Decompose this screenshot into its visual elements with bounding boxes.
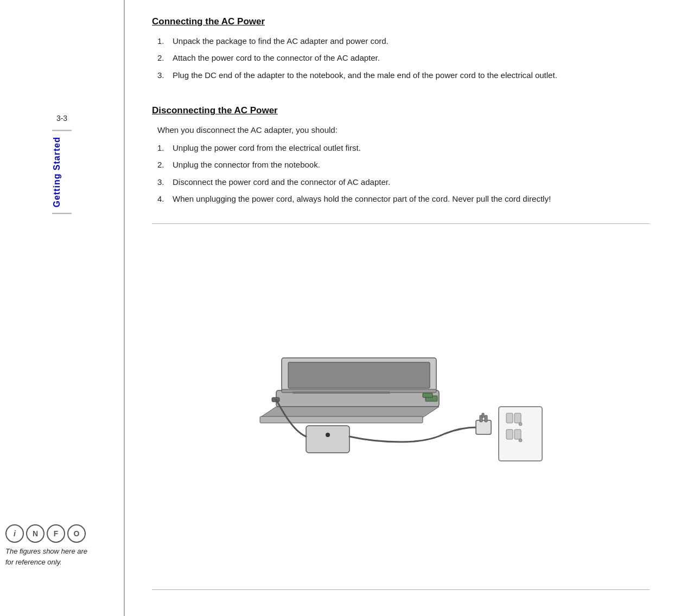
svg-rect-2 bbox=[288, 362, 430, 388]
step-num: 4. bbox=[157, 193, 173, 205]
svg-point-22 bbox=[519, 439, 522, 442]
svg-rect-19 bbox=[506, 429, 513, 439]
svg-rect-20 bbox=[514, 429, 521, 439]
connecting-title: Connecting the AC Power bbox=[152, 16, 650, 27]
step-num: 1. bbox=[157, 142, 173, 154]
info-icon-n: N bbox=[26, 524, 44, 543]
step-text: When unplugging the power cord, always h… bbox=[173, 193, 650, 205]
svg-point-11 bbox=[326, 433, 330, 437]
disconnecting-title: Disconnecting the AC Power bbox=[152, 105, 650, 116]
svg-rect-5 bbox=[260, 416, 423, 423]
svg-rect-18 bbox=[514, 413, 521, 423]
info-box: i N F O The figures show here are for re… bbox=[5, 524, 114, 567]
disconnecting-step-3: 3. Disconnect the power cord and the con… bbox=[157, 176, 650, 188]
step-text: Attach the power cord to the connector o… bbox=[173, 52, 650, 64]
svg-rect-14 bbox=[485, 415, 487, 422]
connecting-section: Connecting the AC Power 1. Unpack the pa… bbox=[152, 16, 650, 90]
step-text: Unplug the connector from the notebook. bbox=[173, 158, 650, 171]
svg-rect-8 bbox=[423, 393, 433, 397]
laptop-illustration bbox=[244, 347, 558, 466]
svg-rect-10 bbox=[306, 426, 349, 453]
step-text: Disconnect the power cord and the connec… bbox=[173, 176, 650, 188]
info-icon-i: i bbox=[5, 524, 24, 543]
top-divider bbox=[152, 223, 650, 224]
svg-point-21 bbox=[519, 422, 522, 426]
connecting-step-2: 2. Attach the power cord to the connecto… bbox=[157, 52, 650, 64]
svg-rect-17 bbox=[506, 413, 513, 423]
step-num: 3. bbox=[157, 176, 173, 188]
info-icons: i N F O bbox=[5, 524, 114, 543]
disconnecting-step-1: 1. Unplug the power cord from the electr… bbox=[157, 142, 650, 154]
disconnecting-steps-list: 1. Unplug the power cord from the electr… bbox=[157, 142, 650, 205]
svg-marker-4 bbox=[260, 407, 439, 418]
info-text-line1: The figures show here are bbox=[5, 547, 87, 555]
step-text: Unpack the package to find the AC adapte… bbox=[173, 35, 650, 47]
connecting-step-3: 3. Plug the DC end of the adapter to the… bbox=[157, 69, 650, 81]
disconnecting-section: Disconnecting the AC Power When you disc… bbox=[152, 105, 650, 214]
sidebar-label-wrapper: Getting Started bbox=[0, 130, 124, 214]
sidebar: 3-3 Getting Started i N F O The figures … bbox=[0, 0, 125, 616]
info-text-line2: for reference only. bbox=[5, 558, 62, 566]
main-content: Connecting the AC Power 1. Unpack the pa… bbox=[125, 0, 674, 616]
step-text: Plug the DC end of the adapter to the no… bbox=[173, 69, 650, 81]
step-num: 3. bbox=[157, 69, 173, 81]
step-num: 2. bbox=[157, 52, 173, 64]
connecting-step-1: 1. Unpack the package to find the AC ada… bbox=[157, 35, 650, 47]
step-text: Unplug the power cord from the electrica… bbox=[173, 142, 650, 154]
svg-rect-15 bbox=[482, 413, 484, 418]
page-number: 3-3 bbox=[56, 114, 67, 123]
illustration-area bbox=[152, 234, 650, 580]
info-icon-o: O bbox=[67, 524, 86, 543]
info-icon-f: F bbox=[47, 524, 65, 543]
connecting-steps-list: 1. Unpack the package to find the AC ada… bbox=[157, 35, 650, 81]
disconnecting-intro: When you disconnect the AC adapter, you … bbox=[157, 124, 650, 136]
svg-rect-6 bbox=[293, 392, 390, 394]
svg-rect-12 bbox=[476, 420, 491, 434]
step-num: 1. bbox=[157, 35, 173, 47]
disconnecting-step-2: 2. Unplug the connector from the noteboo… bbox=[157, 158, 650, 171]
step-num: 2. bbox=[157, 158, 173, 171]
bottom-divider bbox=[152, 589, 650, 590]
disconnecting-step-4: 4. When unplugging the power cord, alway… bbox=[157, 193, 650, 205]
sidebar-label: Getting Started bbox=[52, 130, 72, 214]
info-text: The figures show here are for reference … bbox=[5, 546, 114, 567]
